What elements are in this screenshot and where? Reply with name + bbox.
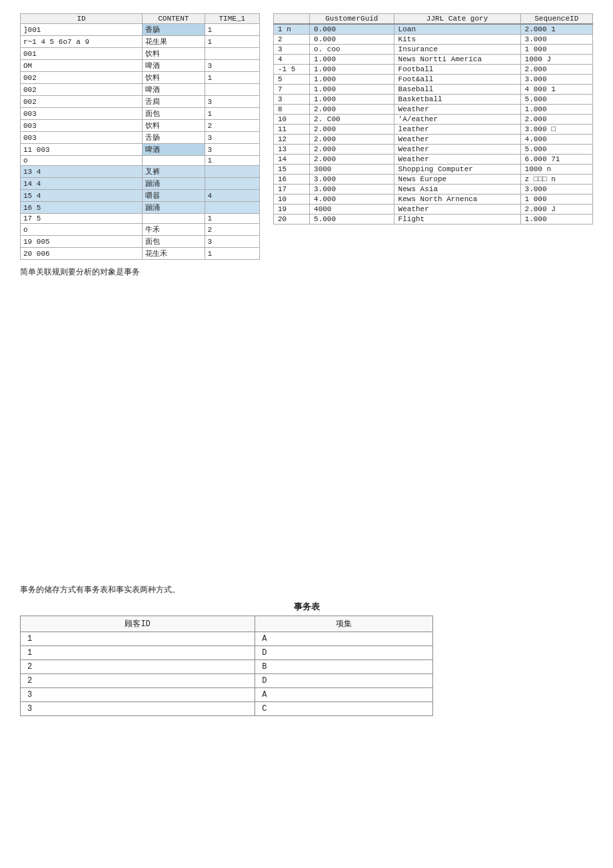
right-id-cell: 19: [274, 205, 310, 215]
right-category-cell: leather: [394, 125, 520, 135]
right-id-cell: 7: [274, 85, 310, 95]
right-category-cell: Kits: [394, 35, 520, 45]
left-table-cell: 20 006: [21, 248, 143, 260]
right-guid-cell: 2.000: [310, 145, 394, 155]
trans-items-cell: C: [255, 702, 433, 716]
right-seq-cell: 5.000: [520, 145, 592, 155]
right-category-cell: News Europe: [394, 175, 520, 185]
right-guid-cell: 4000: [310, 205, 394, 215]
left-table-cell: [205, 178, 259, 190]
right-id-cell: 8: [274, 105, 310, 115]
right-guid-cell: 3000: [310, 165, 394, 175]
left-table-cell: 3: [205, 144, 259, 156]
top-section: ID CONTENT TIME_1 ]001香肠1r~1 4 5 6o7 a 9…: [20, 13, 593, 260]
right-seq-cell: 5.000: [520, 95, 592, 105]
left-table-cell: 舌肠: [143, 132, 205, 144]
left-table-cell: 2: [205, 120, 259, 132]
left-table-cell: 002: [21, 96, 143, 108]
bottom-section: 事务的储存方式有事务表和事实表两种方式。 事务表 顾客ID 项集 1A1D2B2…: [20, 584, 593, 716]
right-seq-cell: 2.000: [520, 115, 592, 125]
right-guid-cell: 0.000: [310, 24, 394, 35]
right-id-cell: 3: [274, 45, 310, 55]
left-table-cell: 002: [21, 84, 143, 96]
right-guid-cell: 1.000: [310, 55, 394, 65]
right-seq-cell: 3.000: [520, 185, 592, 195]
trans-customer-cell: 2: [21, 660, 255, 674]
right-seq-cell: 1000 J: [520, 55, 592, 65]
left-table-cell: 19 005: [21, 236, 143, 248]
left-table-cell: 嚼嚣: [143, 190, 205, 202]
right-guid-cell: 0.000: [310, 35, 394, 45]
left-table-cell: 3: [205, 132, 259, 144]
right-seq-cell: 2.000: [520, 65, 592, 75]
right-guid-cell: 4.000: [310, 195, 394, 205]
left-col-content: CONTENT: [143, 14, 205, 24]
trans-items-cell: A: [255, 632, 433, 646]
right-category-cell: Baseball: [394, 85, 520, 95]
left-table-cell: 1: [205, 36, 259, 48]
right-category-cell: Basketball: [394, 95, 520, 105]
left-table-cell: 002: [21, 72, 143, 84]
right-category-cell: Weather: [394, 145, 520, 155]
right-seq-cell: 1 000: [520, 195, 592, 205]
left-table-cell: 3: [205, 236, 259, 248]
right-table: GustomerGuid JJRL Cate gory SequenceID 1…: [273, 13, 593, 224]
spacer: [20, 291, 593, 558]
left-table-cell: 3: [205, 96, 259, 108]
right-seq-cell: 4.000: [520, 135, 592, 145]
right-guid-cell: 3.000: [310, 175, 394, 185]
left-table-cell: 003: [21, 108, 143, 120]
trans-customer-cell: 1: [21, 632, 255, 646]
left-table-cell: 蹦涌: [143, 178, 205, 190]
left-col-id: ID: [21, 14, 143, 24]
left-table-cell: 001: [21, 48, 143, 60]
left-table-cell: o: [21, 224, 143, 236]
right-category-cell: Weather: [394, 205, 520, 215]
right-col-guid: GustomerGuid: [310, 14, 394, 25]
left-table-cell: o: [21, 156, 143, 166]
right-seq-cell: 2.000 1: [520, 24, 592, 35]
left-table-cell: [143, 214, 205, 224]
right-id-cell: 20: [274, 215, 310, 224]
trans-customer-cell: 2: [21, 674, 255, 688]
left-table-cell: [205, 48, 259, 60]
right-category-cell: Foot&all: [394, 75, 520, 85]
right-id-cell: 10: [274, 195, 310, 205]
trans-items-cell: D: [255, 674, 433, 688]
left-col-time: TIME_1: [205, 14, 259, 24]
trans-items-cell: D: [255, 646, 433, 660]
right-category-cell: Insurance: [394, 45, 520, 55]
right-category-cell: Loan: [394, 24, 520, 35]
trans-items-cell: A: [255, 688, 433, 702]
left-table-cell: 003: [21, 120, 143, 132]
right-seq-cell: 1.000: [520, 105, 592, 115]
right-category-cell: News Asia: [394, 185, 520, 195]
right-seq-cell: 1 000: [520, 45, 592, 55]
right-table-wrapper: GustomerGuid JJRL Cate gory SequenceID 1…: [273, 13, 593, 260]
right-guid-cell: 1.000: [310, 65, 394, 75]
right-seq-cell: 3.000 □: [520, 125, 592, 135]
trans-customer-cell: 3: [21, 702, 255, 716]
right-id-cell: 12: [274, 135, 310, 145]
left-table-cell: 蹦涌: [143, 202, 205, 214]
right-id-cell: 3: [274, 95, 310, 105]
right-guid-cell: 2.000: [310, 105, 394, 115]
right-id-cell: 1 n: [274, 24, 310, 35]
trans-customer-cell: 1: [21, 646, 255, 660]
trans-items-cell: B: [255, 660, 433, 674]
right-id-cell: 5: [274, 75, 310, 85]
left-table-cell: 面包: [143, 236, 205, 248]
note-text: 简单关联规则要分析的对象是事务: [20, 266, 593, 278]
right-seq-cell: 3.000: [520, 35, 592, 45]
left-table-cell: 003: [21, 132, 143, 144]
left-table-cell: 1: [205, 72, 259, 84]
right-category-cell: 'A/eather: [394, 115, 520, 125]
left-table-cell: 啤酒: [143, 84, 205, 96]
right-category-cell: Weather: [394, 135, 520, 145]
left-table-cell: 3: [205, 60, 259, 72]
left-table: ID CONTENT TIME_1 ]001香肠1r~1 4 5 6o7 a 9…: [20, 13, 260, 260]
right-id-cell: 13: [274, 145, 310, 155]
left-table-cell: 啤酒: [143, 144, 205, 156]
left-table-cell: 花生果: [143, 36, 205, 48]
left-table-cell: OM: [21, 60, 143, 72]
